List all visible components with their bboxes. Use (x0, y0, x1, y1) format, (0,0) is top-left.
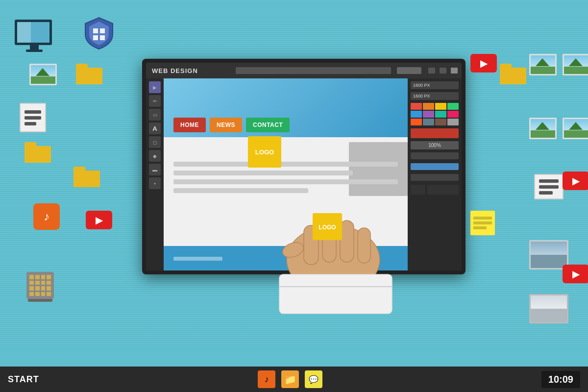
panel-width-field[interactable]: 1600 PX (411, 81, 459, 89)
left-toolbar: ▶ ✏ ▭ A ◻ ◆ ▬ ▪ (146, 78, 164, 270)
taskbar-folder-icon[interactable]: 📁 (281, 370, 299, 388)
nav-news-btn[interactable]: NEWS (210, 118, 242, 132)
swatch-deep-orange[interactable] (411, 119, 422, 125)
youtube-icon-right-mid: ▶ (563, 172, 588, 190)
desktop-monitor-icon (15, 20, 54, 52)
tool-diamond[interactable]: ◆ (149, 150, 161, 162)
tool-fill[interactable]: ▪ (149, 177, 161, 189)
swatch-yellow[interactable] (435, 103, 446, 110)
panel-bar-1 (411, 152, 459, 159)
svg-rect-10 (93, 28, 98, 33)
tool-rect[interactable]: ▭ (149, 109, 161, 121)
svg-rect-12 (93, 35, 98, 40)
swatch-orange[interactable] (423, 103, 434, 110)
desktop-youtube-icon-right-top: ▶ (470, 54, 497, 73)
youtube-icon-right-lower: ▶ (563, 265, 588, 283)
swatch-gray-blue[interactable] (423, 119, 434, 125)
desktop-shield-icon (83, 16, 115, 53)
taskbar-music-icon[interactable]: ♪ (258, 370, 275, 388)
maximize-btn[interactable] (440, 68, 446, 74)
nav-home-btn[interactable]: HOME (173, 118, 206, 132)
desktop-trash-icon (24, 267, 56, 306)
nav-contact-btn[interactable]: CONTACT (246, 118, 290, 132)
svg-rect-3 (340, 220, 354, 262)
swatch-teal[interactable] (435, 111, 446, 118)
desktop-folder-yellow-right (500, 64, 526, 84)
music-icon: ♪ (33, 203, 60, 230)
swatch-red[interactable] (411, 103, 422, 110)
desktop-folder-yellow-3 (74, 167, 100, 187)
footer-line (173, 257, 222, 261)
swatch-pink[interactable] (447, 111, 459, 118)
desktop-folder-yellow-1 (76, 64, 102, 84)
window-title: WEB DESIGN (150, 67, 230, 74)
minimize-btn[interactable] (428, 68, 435, 74)
desktop-music-icon: ♪ (33, 203, 60, 230)
taskbar-center-icons: ♪ 📁 💬 (258, 370, 322, 388)
panel-height-field[interactable]: 1600 PX (411, 92, 459, 100)
desktop-youtube-icon-left: ▶ (86, 211, 112, 229)
desktop-folder-yellow-2 (24, 142, 51, 163)
swatch-blue[interactable] (411, 111, 422, 118)
swatch-green[interactable] (447, 103, 459, 110)
youtube-icon-left: ▶ (86, 211, 112, 229)
panel-preview (427, 185, 459, 195)
desktop-image-thumb-right-bottom (529, 294, 568, 323)
taskbar-note-icon[interactable]: 💬 (305, 370, 322, 388)
desktop-document-icon (20, 103, 46, 132)
panel-red-box (411, 128, 459, 138)
svg-rect-4 (358, 228, 370, 263)
tool-pencil[interactable]: ✏ (149, 95, 161, 107)
desktop-image-thumb-right-2 (563, 54, 588, 75)
tool-text[interactable]: A (149, 122, 161, 134)
start-button[interactable]: START (8, 374, 39, 385)
desktop-youtube-icon-right-lower: ▶ (563, 265, 588, 283)
taskbar: START ♪ 📁 💬 10:09 (0, 367, 588, 392)
swatch-purple[interactable] (423, 111, 434, 118)
youtube-icon-right-top: ▶ (470, 54, 497, 73)
canvas-nav: HOME NEWS CONTACT (173, 118, 290, 132)
swatch-brown[interactable] (435, 119, 446, 125)
svg-text:LOGO: LOGO (318, 224, 336, 231)
color-grid (411, 103, 459, 125)
tool-arrow[interactable]: ▶ (149, 81, 161, 93)
svg-rect-6 (279, 274, 392, 314)
svg-rect-11 (100, 28, 105, 33)
taskbar-clock: 10:09 (541, 371, 580, 388)
desktop-youtube-icon-right-mid: ▶ (563, 172, 588, 190)
desktop-document-icon-right (534, 174, 564, 199)
tool-square[interactable]: ◻ (149, 136, 161, 148)
tool-brush[interactable]: ▬ (149, 164, 161, 175)
swatch-gray[interactable] (447, 119, 459, 125)
close-btn[interactable] (451, 68, 458, 74)
desktop-image-thumb-right-4 (563, 118, 588, 139)
desktop-image-thumb-1 (29, 64, 57, 85)
svg-rect-13 (100, 35, 105, 40)
desktop-image-thumb-right-3 (529, 118, 557, 139)
desktop-image-thumb-right-1 (529, 54, 557, 75)
titlebar: WEB DESIGN (146, 63, 462, 78)
hand-illustration: LOGO (240, 162, 426, 318)
panel-zoom[interactable]: 100% (411, 141, 459, 149)
desktop-sticky-notes (470, 211, 495, 235)
